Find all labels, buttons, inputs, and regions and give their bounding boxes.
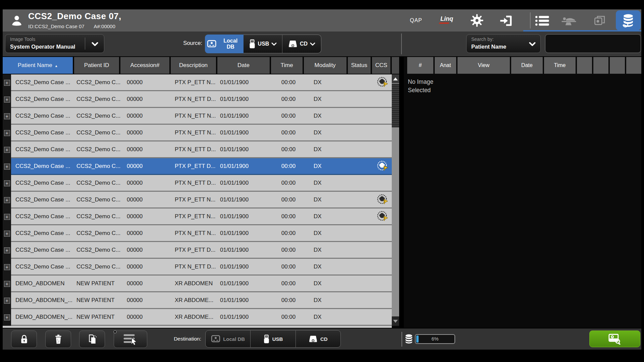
study-table-row[interactable]: + CCS2_Demo Case ... CCS2_Demo C... 0000…: [3, 175, 392, 192]
worklist-button[interactable]: [531, 13, 553, 28]
database-button[interactable]: [616, 10, 641, 31]
expand-row-button[interactable]: +: [4, 231, 10, 237]
cell-patient-name: DEMO_ABDOMEN_...: [11, 297, 74, 304]
row-expander-cell: +: [3, 74, 11, 91]
cell-description: XR ABDOME...: [171, 314, 218, 320]
source-usb-button[interactable]: USB: [244, 35, 282, 53]
study-table-row[interactable]: + DEMO_ABDOMEN_... NEW PATIENT 00000 XR …: [3, 309, 392, 326]
study-table-row[interactable]: + CCS2_Demo Case ... CCS2_Demo C... 0000…: [3, 192, 392, 208]
row-expander-cell: +: [3, 276, 11, 292]
acquisition-button[interactable]: [558, 13, 580, 28]
expand-row-button[interactable]: +: [4, 214, 10, 220]
row-expander-cell: +: [3, 259, 11, 276]
expand-row-button[interactable]: +: [4, 180, 10, 186]
expand-row-button[interactable]: +: [4, 113, 10, 119]
expand-row-button[interactable]: +: [4, 130, 10, 136]
destination-usb-button[interactable]: USB: [250, 330, 295, 347]
column-header-accession[interactable]: Accession#: [120, 57, 169, 74]
study-table-row[interactable]: + CCS2_Demo Case ... CCS2_Demo C... 0000…: [3, 141, 392, 158]
multi-select-button[interactable]: [114, 330, 147, 348]
cell-patient-id: CCS2_Demo C...: [74, 129, 121, 136]
logout-button[interactable]: [500, 14, 513, 28]
cd-drive-icon: [288, 40, 298, 48]
cell-description: PTX N_ETT D...: [171, 96, 218, 103]
column-header-date[interactable]: Date: [217, 57, 270, 74]
row-expander-cell: +: [3, 192, 11, 208]
cell-patient-id: CCS2_Demo C...: [74, 79, 121, 86]
cell-patient-name: CCS2_Demo Case ...: [11, 263, 74, 270]
database-storage-icon: [405, 334, 413, 346]
cell-time: 00:00: [272, 146, 305, 153]
expand-row-button[interactable]: +: [4, 97, 10, 103]
column-header-patient-name[interactable]: Patient Name▲: [3, 57, 73, 74]
cell-time: 00:00: [272, 96, 305, 103]
cell-accession: 00000: [121, 230, 171, 237]
column-header-number[interactable]: #: [407, 57, 433, 74]
expand-row-button[interactable]: +: [4, 197, 10, 203]
column-header-patient-id[interactable]: Patient ID: [74, 57, 119, 74]
column-header-description[interactable]: Description: [171, 57, 216, 74]
search-input[interactable]: [545, 34, 641, 53]
expand-row-button[interactable]: +: [4, 80, 10, 86]
study-table-row[interactable]: + CCS2_Demo Case ... CCS2_Demo C... 0000…: [3, 108, 392, 125]
gear-icon: [470, 14, 484, 27]
image-review-button[interactable]: [589, 13, 610, 28]
study-table-row[interactable]: + DEMO_ABDOMEN NEW PATIENT 00000 XR ABDO…: [3, 276, 392, 292]
expand-row-button[interactable]: +: [4, 264, 10, 270]
cell-patient-name: CCS2_Demo Case ...: [11, 146, 74, 153]
column-header-anat[interactable]: Anat: [435, 57, 456, 74]
search-by-dropdown[interactable]: Search by: Patient Name: [466, 34, 541, 53]
storage-usage-bar: 6%: [415, 334, 455, 344]
expand-row-button[interactable]: +: [4, 247, 10, 253]
cell-modality: DX: [305, 180, 349, 186]
study-table-row[interactable]: + CCS2_Demo Case ... CCS2_Demo C... 0000…: [3, 91, 392, 108]
table-scrollbar[interactable]: [392, 74, 399, 326]
copy-button[interactable]: [79, 330, 105, 348]
cell-description: PTX P_ETT N...: [171, 196, 218, 203]
column-header-img-time[interactable]: Time: [544, 57, 576, 74]
delete-button[interactable]: [45, 330, 71, 348]
row-expander-cell: +: [3, 158, 11, 175]
cell-patient-id: CCS2_Demo C...: [74, 263, 121, 270]
source-cd-button[interactable]: CD: [282, 35, 321, 53]
linq-button[interactable]: Linq: [440, 15, 453, 22]
settings-button[interactable]: [470, 14, 484, 28]
column-header-img-date[interactable]: Date: [511, 57, 543, 74]
destination-local-db-button[interactable]: Local DB: [206, 330, 250, 347]
study-table-row[interactable]: + CCS2_Demo Case ... CCS2_Demo C... 0000…: [3, 225, 392, 242]
study-table-row[interactable]: + CCS2_Demo Case ... CCS2_Demo C... 0000…: [3, 259, 392, 276]
study-table-row[interactable]: + CCS2_Demo Case ... CCS2_Demo C... 0000…: [3, 158, 392, 175]
study-table-row[interactable]: + CCS2_Demo Case ... CCS2_Demo C... 0000…: [3, 125, 392, 141]
expand-row-button[interactable]: +: [4, 281, 10, 287]
row-expander-cell: +: [3, 175, 11, 192]
expand-row-button[interactable]: +: [4, 164, 10, 170]
qap-button[interactable]: QAP: [410, 17, 422, 23]
column-header-view[interactable]: View: [458, 57, 510, 74]
image-tools-dropdown[interactable]: Image Tools System Operator Manual: [5, 34, 104, 53]
destination-cd-button[interactable]: CD: [296, 330, 340, 347]
scroll-up-button[interactable]: [392, 74, 399, 83]
view-image-button[interactable]: [589, 330, 640, 347]
scrollbar-thumb[interactable]: [392, 84, 399, 127]
cell-patient-name: CCS2_Demo Case ...: [11, 79, 74, 86]
expand-row-button[interactable]: +: [4, 314, 10, 320]
expand-row-button[interactable]: +: [4, 298, 10, 304]
study-table-row[interactable]: + CCS2_Demo Case ... CCS2_Demo C... 0000…: [3, 242, 392, 259]
source-local-db-button[interactable]: Local DB: [205, 35, 244, 53]
cell-patient-id: CCS2_Demo C...: [74, 113, 121, 119]
expand-row-button[interactable]: +: [4, 147, 10, 153]
column-header-ccs[interactable]: CCS: [372, 57, 390, 74]
row-expander-cell: +: [3, 292, 11, 309]
lock-button[interactable]: [11, 330, 37, 348]
column-header-time[interactable]: Time: [271, 57, 303, 74]
column-header-status[interactable]: Status: [348, 57, 371, 74]
cell-accession: 00000: [121, 96, 171, 103]
scroll-down-button[interactable]: [392, 316, 399, 326]
column-header-modality[interactable]: Modality: [304, 57, 346, 74]
column-header-empty-1: [577, 57, 592, 74]
study-table-row[interactable]: + CCS2_Demo Case ... CCS2_Demo C... 0000…: [3, 208, 392, 225]
cell-patient-name: DEMO_ABDOMEN: [11, 280, 74, 287]
cell-patient-id: CCS2_Demo C...: [74, 180, 121, 186]
study-table-row[interactable]: + CCS2_Demo Case ... CCS2_Demo C... 0000…: [3, 74, 392, 91]
study-table-row[interactable]: + DEMO_ABDOMEN_... NEW PATIENT 00000 XR …: [3, 292, 392, 309]
